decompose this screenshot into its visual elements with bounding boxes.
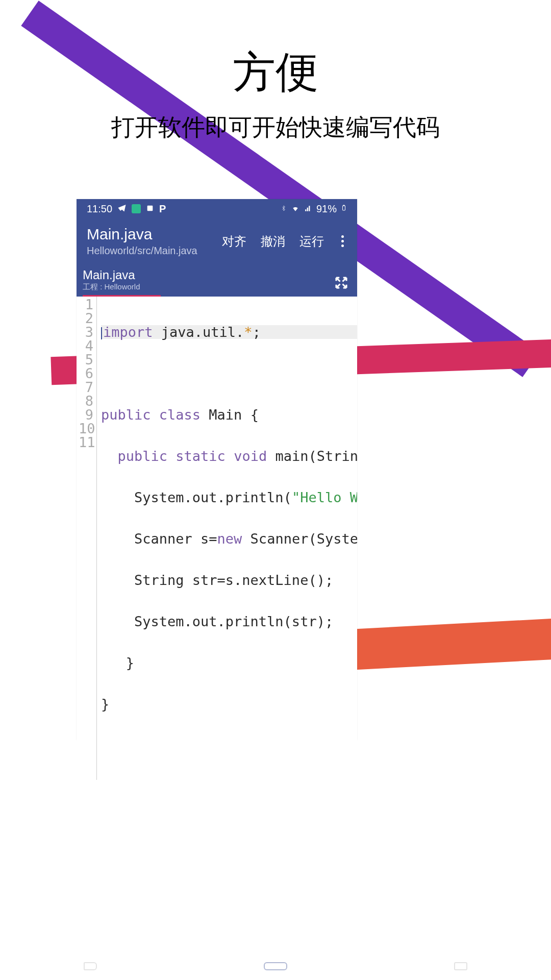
telegram-icon bbox=[117, 203, 127, 215]
svg-rect-0 bbox=[147, 205, 153, 211]
phone-screenshot: 11:50 P 91% bbox=[77, 199, 357, 740]
wifi-icon bbox=[291, 203, 300, 215]
svg-rect-1 bbox=[343, 206, 345, 210]
appbar: Main.java Helloworld/src/Main.java 对齐 撤消… bbox=[77, 218, 357, 264]
tab-label: Main.java bbox=[83, 268, 140, 282]
headline-title: 方便 bbox=[0, 43, 551, 102]
tabbar: Main.java 工程 : Helloworld bbox=[77, 264, 357, 297]
decorative-stripe-orange bbox=[346, 616, 551, 670]
tab-project: 工程 : Helloworld bbox=[83, 282, 140, 292]
overflow-menu-icon[interactable] bbox=[338, 235, 347, 247]
bluetooth-icon bbox=[281, 203, 287, 215]
battery-icon bbox=[341, 203, 347, 215]
code-content[interactable]: import java.util.*; public class Main { … bbox=[97, 297, 357, 780]
statusbar-time: 11:50 bbox=[87, 203, 112, 215]
parking-icon: P bbox=[159, 203, 166, 215]
line-gutter: 1 2 3 4 5 6 7 8 9 10 11 bbox=[77, 297, 97, 780]
signal-icon bbox=[304, 203, 312, 215]
statusbar: 11:50 P 91% bbox=[77, 199, 357, 218]
tab-main-java[interactable]: Main.java 工程 : Helloworld bbox=[83, 268, 161, 297]
home-button[interactable] bbox=[264, 962, 287, 970]
cursor bbox=[101, 327, 102, 339]
android-navbar bbox=[0, 952, 551, 980]
run-button[interactable]: 运行 bbox=[299, 233, 324, 250]
fullscreen-icon[interactable] bbox=[334, 275, 351, 297]
undo-button[interactable]: 撤消 bbox=[261, 233, 285, 250]
appbar-title: Main.java bbox=[87, 226, 222, 243]
headline-subtitle: 打开软件即可开始快速编写代码 bbox=[0, 112, 551, 143]
battery-percent: 91% bbox=[316, 203, 337, 215]
notification-icon bbox=[146, 203, 154, 215]
svg-rect-2 bbox=[343, 205, 344, 206]
appbar-path: Helloworld/src/Main.java bbox=[87, 245, 222, 257]
align-button[interactable]: 对齐 bbox=[222, 233, 246, 250]
back-button[interactable] bbox=[84, 962, 97, 970]
code-editor[interactable]: 1 2 3 4 5 6 7 8 9 10 11 import java.util… bbox=[77, 297, 357, 780]
recents-button[interactable] bbox=[454, 962, 467, 970]
headline-section: 方便 打开软件即可开始快速编写代码 bbox=[0, 0, 551, 143]
camera-icon bbox=[132, 204, 141, 213]
